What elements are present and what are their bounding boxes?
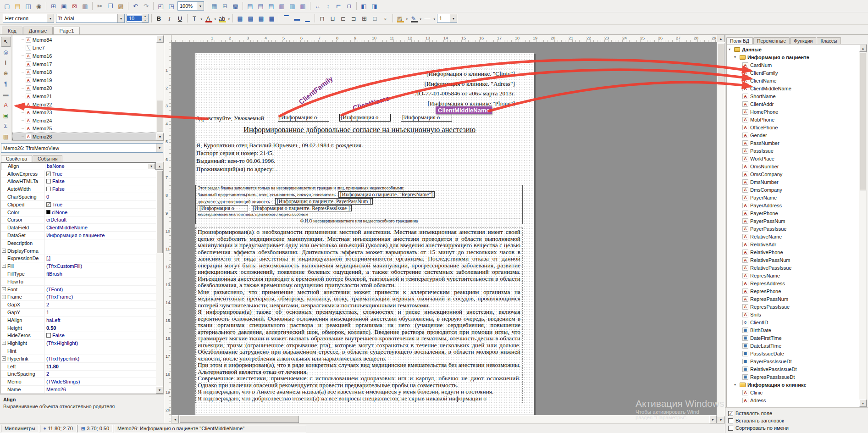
italic-icon[interactable]: I xyxy=(164,13,175,24)
scroll-down-icon[interactable]: ▼ xyxy=(859,400,867,407)
property-row-allowexpress[interactable]: AllowExpress✓True xyxy=(1,170,156,178)
property-row-frame[interactable]: +Frame(TfrxFrame) xyxy=(1,294,156,301)
same-height-icon[interactable]: ⊓ xyxy=(344,1,354,11)
frame-style-icon[interactable]: —▾ xyxy=(422,13,436,24)
data-field-birthdate[interactable]: ▦BirthDate xyxy=(727,326,859,334)
tree-open-icon[interactable]: ▾ xyxy=(734,55,738,59)
scroll-track[interactable] xyxy=(156,170,163,386)
align-middles-icon[interactable]: ▥ xyxy=(287,1,298,11)
property-row-name[interactable]: NameMemo26 xyxy=(1,386,156,394)
data-field-workplace[interactable]: AWorkPlace xyxy=(727,155,859,162)
align-bottom-icon[interactable]: ▁ xyxy=(302,13,313,24)
align-lefts-icon[interactable]: ▤ xyxy=(245,1,255,11)
checkbox-icon[interactable]: ✓ xyxy=(46,202,51,207)
align-left-icon[interactable]: ▤ xyxy=(235,13,245,24)
object-tree-item-memo20[interactable]: ─AMemo20 xyxy=(12,84,156,93)
scroll-thumb[interactable] xyxy=(180,416,299,423)
tree-open-icon[interactable]: ▾ xyxy=(729,47,732,51)
data-field-datelasttime[interactable]: ▦DateLastTime xyxy=(727,342,859,350)
text-cursor-tool[interactable]: I xyxy=(1,58,11,68)
frame-outer-icon[interactable]: □ xyxy=(370,13,380,24)
band-tool[interactable]: ▬ xyxy=(1,89,11,100)
property-row-color[interactable]: ColorclNone xyxy=(1,209,156,216)
bring-to-front-icon[interactable]: ◧ xyxy=(359,1,369,11)
data-panel-tab-1[interactable]: Переменные xyxy=(753,37,790,44)
data-field-relativephone[interactable]: ARelativePhone xyxy=(727,248,859,256)
sum-object-tool[interactable]: Σ xyxy=(1,121,11,131)
property-row-linespacing[interactable]: LineSpacing2 xyxy=(1,371,156,378)
scroll-thumb[interactable] xyxy=(860,53,866,190)
new-dialog-icon[interactable]: ▣ xyxy=(59,1,69,11)
object-tree-scrollbar[interactable]: ▲ ▼ xyxy=(156,35,164,140)
memo-field-payerpassnum[interactable]: [Информация о пациенте. PayerPassNum ] xyxy=(275,198,373,205)
memo-field-represpassissue[interactable]: [Информация о пациенте. RepresPassIssue … xyxy=(251,205,352,211)
spin-down-icon[interactable]: ▼ xyxy=(142,18,148,22)
data-field-adress[interactable]: AAdress xyxy=(727,396,859,404)
property-grid-scrollbar[interactable]: ▲ ▼ xyxy=(156,162,163,394)
data-field-dmscompany[interactable]: ADmsCompany xyxy=(727,186,859,194)
data-field-represphone[interactable]: ARepresPhone xyxy=(727,287,859,295)
checkbox-icon[interactable] xyxy=(46,333,51,338)
data-field-officephone[interactable]: AOfficePhone xyxy=(727,123,859,131)
data-field-payerpassnum[interactable]: APayerPassNum xyxy=(727,217,859,225)
data-field-represaddress[interactable]: ARepresAddress xyxy=(727,279,859,287)
object-tree-item-memo25[interactable]: ─AMemo25 xyxy=(12,125,156,133)
property-row-hyperlink[interactable]: +Hyperlink(TfrxHyperlink) xyxy=(1,355,156,363)
align-rights-icon[interactable]: ▤ xyxy=(266,1,276,11)
frame-right-icon[interactable]: ⊐ xyxy=(348,13,359,24)
scroll-down-icon[interactable]: ▼ xyxy=(717,416,725,423)
hand-tool[interactable]: ⊕ xyxy=(1,68,11,78)
frame-none-icon[interactable]: ▫ xyxy=(380,13,391,24)
inspector-tab-0[interactable]: Свойства xyxy=(1,155,32,162)
scroll-track[interactable] xyxy=(156,43,164,133)
property-row-fill[interactable]: +Fill(TfrxCustomFill) xyxy=(1,262,156,270)
underline-icon[interactable]: U xyxy=(175,13,185,24)
fill-color-icon[interactable]: ▨▾ xyxy=(395,13,409,24)
data-field-relativepassissuedt[interactable]: ▦RelativePassIssueDt xyxy=(727,365,859,373)
data-field-represpassissue[interactable]: ARepresPassIssue xyxy=(727,303,859,311)
property-row-expressionde[interactable]: ExpressionDe[,] xyxy=(1,255,156,263)
frame-width-select[interactable]: 1▼ xyxy=(437,14,457,23)
scroll-right-icon[interactable]: ► xyxy=(709,415,717,423)
data-field-clientfamily[interactable]: AClientFamily xyxy=(727,69,859,77)
property-row-filltype[interactable]: FillTypeftBrush xyxy=(1,270,156,278)
align-justify-icon[interactable]: ▦ xyxy=(266,13,277,24)
scroll-track[interactable] xyxy=(179,415,709,423)
scroll-thumb[interactable] xyxy=(156,171,163,253)
picture-object-tool[interactable]: ▣ xyxy=(1,111,11,121)
scroll-up-icon[interactable]: ▲ xyxy=(156,162,163,170)
data-field-passissuedate[interactable]: ▦PassIssueDate xyxy=(727,350,859,357)
copy-icon[interactable]: ❐ xyxy=(105,1,116,11)
scroll-up-icon[interactable]: ▲ xyxy=(156,35,164,43)
font-color-icon[interactable]: A▾ xyxy=(203,13,217,24)
property-row-flowto[interactable]: FlowTo xyxy=(1,278,156,286)
new-page-icon[interactable]: ⊞ xyxy=(48,1,59,11)
property-row-allowhtmlta[interactable]: AllowHTMLTaFalse xyxy=(1,178,156,186)
space-horizontally-icon[interactable]: ↔ xyxy=(312,1,323,11)
scroll-track[interactable] xyxy=(717,42,725,416)
memo-field-clientname[interactable]: [Информация о xyxy=(339,114,391,122)
page-tab-2[interactable]: Page1 xyxy=(53,27,80,34)
property-row-highlight[interactable]: +Highlight(TfrxHighlight) xyxy=(1,339,156,347)
diagram-object-tool[interactable]: ▥ xyxy=(1,132,11,142)
object-tree-item-memo19[interactable]: ─AMemo19 xyxy=(12,76,156,84)
chevron-down-icon[interactable]: ▼ xyxy=(156,144,163,152)
delete-page-icon[interactable]: ⊠ xyxy=(69,1,80,11)
property-row-font[interactable]: +Font(TFont) xyxy=(1,286,156,294)
clinic-memo-field[interactable]: [Информация о клинике. "Adress"] xyxy=(333,79,515,89)
property-row-clipped[interactable]: Clipped✓True xyxy=(1,201,156,209)
object-tree-item-memo18[interactable]: ─AMemo18 xyxy=(12,68,156,76)
expand-icon[interactable]: + xyxy=(2,295,6,299)
checkbox-icon[interactable] xyxy=(46,179,51,183)
property-row-gapy[interactable]: GapY1 xyxy=(1,309,156,316)
data-field-relativepassissue[interactable]: ARelativePassIssue xyxy=(727,264,859,272)
align-to-grid-icon[interactable]: ⊞ xyxy=(220,1,230,11)
frame-all-icon[interactable]: ⊞ xyxy=(359,13,370,24)
new-report-icon[interactable]: ▢ xyxy=(2,1,12,11)
object-tree-item-memo16[interactable]: ─AMemo16 xyxy=(12,52,156,60)
align-bottoms-icon[interactable]: ▥ xyxy=(298,1,308,11)
data-field-represname[interactable]: ARepresName xyxy=(727,272,859,279)
group-icon[interactable]: ◰ xyxy=(155,1,166,11)
style-select-dropdown-icon[interactable]: ▼ xyxy=(47,14,54,22)
page-tab-0[interactable]: Код xyxy=(2,27,22,34)
